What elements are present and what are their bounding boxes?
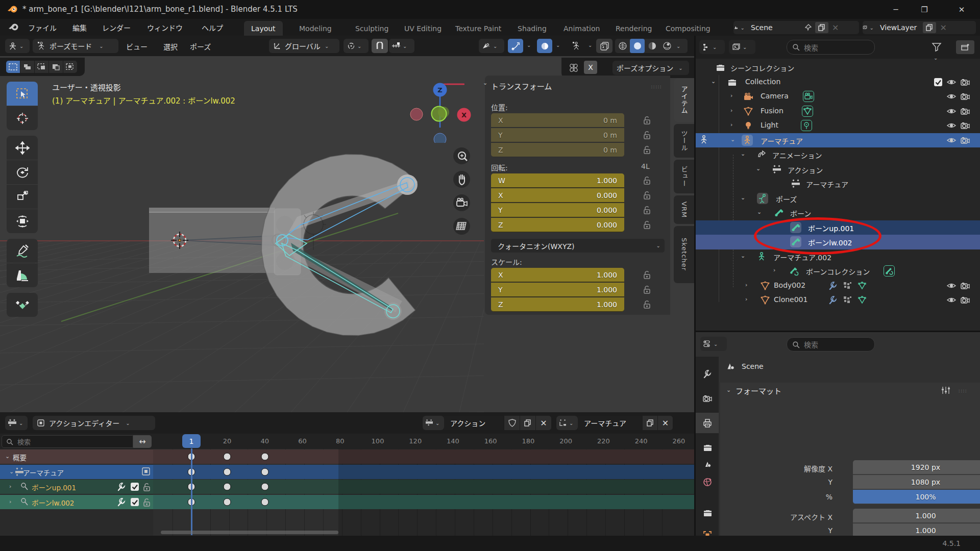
keyframe[interactable] xyxy=(261,453,268,461)
properties-tab-collection[interactable] xyxy=(696,503,719,523)
scene-copy-icon[interactable] xyxy=(815,22,828,33)
select-mode-intersect[interactable] xyxy=(63,61,77,73)
field-Y[interactable]: 1.000 xyxy=(853,523,980,536)
lock-scale-Y-icon[interactable] xyxy=(641,284,652,295)
shading-solid-button[interactable] xyxy=(630,39,645,53)
workspace-tab-Animation[interactable]: Animation xyxy=(556,21,607,36)
lock-rotation-Z-icon[interactable] xyxy=(641,219,652,231)
sidebar-tab-Sketcher[interactable]: Sketcher xyxy=(674,226,694,283)
channel-band[interactable] xyxy=(153,480,694,494)
keyframe[interactable] xyxy=(224,453,231,461)
pose-options-dropdown[interactable]: ポーズオプション⌄ xyxy=(612,61,689,75)
outliner-item-label[interactable]: Clone001 xyxy=(774,295,807,304)
editor-type-button[interactable]: ⌄ xyxy=(5,39,30,53)
channel-enable-checkbox[interactable] xyxy=(130,482,140,492)
show-overlays-button[interactable] xyxy=(596,39,612,53)
keyframe[interactable] xyxy=(224,498,231,506)
action-unlink-button[interactable]: ✕ xyxy=(536,416,551,430)
viewlayer-selector[interactable]: ⌄ ViewLayer ✕ xyxy=(863,21,976,34)
camera-restrict-icon[interactable] xyxy=(960,135,971,146)
channel-lock-icon[interactable] xyxy=(141,482,151,492)
close-button[interactable]: ✕ xyxy=(953,3,970,16)
sidebar-tab-ビュー[interactable]: ビュー xyxy=(674,160,694,193)
preset-icon[interactable] xyxy=(941,386,951,395)
hide-eye-icon[interactable] xyxy=(946,120,957,131)
outliner-filter-type[interactable]: ⌄ xyxy=(729,40,755,54)
action-name-field[interactable]: アクション xyxy=(444,416,503,430)
channel-ボーンup.001[interactable]: › ボーンup.001 xyxy=(0,480,153,494)
mirror-butterfly-icon[interactable] xyxy=(569,63,579,72)
sidebar-tab-アイテム[interactable]: アイテム xyxy=(674,78,694,122)
channel-enable-checkbox[interactable] xyxy=(130,497,140,507)
snap-with-button[interactable]: ⌄ xyxy=(389,39,414,53)
outliner-row[interactable]: ⌄アニメーション xyxy=(696,147,980,162)
scale-tool[interactable] xyxy=(7,185,38,209)
outliner-row[interactable]: アーマチュア xyxy=(696,177,980,191)
pin-icon[interactable] xyxy=(801,22,815,33)
lock-rotation-W-icon[interactable] xyxy=(641,175,652,186)
viewlayer-copy-icon[interactable] xyxy=(923,22,936,33)
measure-tool[interactable] xyxy=(7,263,38,287)
sidebar-tab-ツール[interactable]: ツール xyxy=(674,124,694,158)
outliner-item-label[interactable]: Body002 xyxy=(774,281,805,289)
navigation-gizmo[interactable]: Z X xyxy=(406,77,475,143)
cursor-tool[interactable] xyxy=(7,106,38,130)
outliner-item-label[interactable]: Light xyxy=(761,121,778,129)
panel-grip-icon[interactable]: ::::: xyxy=(651,84,662,89)
outliner-row[interactable]: ⌄アーマチュア xyxy=(696,133,980,148)
outliner-row[interactable]: ›Fusion xyxy=(696,104,980,119)
channel-band[interactable] xyxy=(153,495,694,509)
transform-panel-title[interactable]: トランスフォーム xyxy=(491,81,552,91)
workspace-tab-Shading[interactable]: Shading xyxy=(510,21,554,36)
transform-tool[interactable] xyxy=(7,209,38,233)
lock-location-X-icon[interactable] xyxy=(641,115,652,126)
pose-breakdowner-tool[interactable] xyxy=(7,293,38,317)
properties-tab-render[interactable] xyxy=(696,388,719,409)
camera-restrict-icon[interactable] xyxy=(960,91,971,102)
scene-selector[interactable]: ⌄ Scene ✕ xyxy=(733,21,859,34)
scale-Z-field[interactable]: Z1.000 xyxy=(491,297,624,312)
channel-ボーンlw.002[interactable]: › ボーンlw.002 xyxy=(0,495,153,509)
location-Z-field[interactable]: Z0 m xyxy=(491,143,624,157)
location-Y-field[interactable]: Y0 m xyxy=(491,128,624,142)
channel-lock-icon[interactable] xyxy=(141,497,151,507)
select-mode-tweak[interactable] xyxy=(6,61,20,73)
select-mode-extend[interactable] xyxy=(35,61,48,73)
dopesheet-mode-selector[interactable]: アクションエディター ⌄ xyxy=(33,416,155,430)
breadcrumb-scene[interactable]: Scene xyxy=(742,362,764,370)
channel-band[interactable] xyxy=(153,465,694,479)
camera-restrict-icon[interactable] xyxy=(960,77,971,88)
select-mode-new[interactable] xyxy=(20,61,34,73)
outliner-search-input[interactable]: 検索 xyxy=(787,40,875,55)
hide-eye-icon[interactable] xyxy=(946,280,957,291)
channel-search-input[interactable]: 検索 xyxy=(2,435,133,448)
menu-ヘルプ[interactable]: ヘルプ xyxy=(202,22,223,33)
overlays-dropdown[interactable]: ⌄ xyxy=(556,42,560,48)
lock-rotation-Y-icon[interactable] xyxy=(641,205,652,216)
menu-ウィンドウ[interactable]: ウィンドウ xyxy=(147,22,183,33)
rotation-W-field[interactable]: W1.000 xyxy=(491,173,624,188)
hide-eye-icon[interactable] xyxy=(946,135,957,146)
gizmo-dropdown[interactable]: ⌄ xyxy=(527,42,531,48)
hide-eye-icon[interactable] xyxy=(946,294,957,306)
shading-material-button[interactable] xyxy=(645,39,659,53)
outliner-row[interactable]: ›ボーンコレクション xyxy=(696,264,980,279)
keyframe[interactable] xyxy=(224,468,231,475)
overlays-toggle[interactable] xyxy=(537,39,552,53)
panel-collapse-icon[interactable]: ⌄ xyxy=(483,80,487,86)
properties-tab-output[interactable] xyxy=(696,413,719,433)
channel-band[interactable] xyxy=(153,449,694,464)
hide-eye-icon[interactable] xyxy=(946,91,957,102)
shading-wireframe-button[interactable] xyxy=(615,39,630,53)
outliner-item-label[interactable]: ボーン xyxy=(790,208,811,218)
location-X-field[interactable]: X0 m xyxy=(491,113,624,128)
properties-tab-object[interactable] xyxy=(696,525,719,536)
scene-icon[interactable]: ⌄ xyxy=(733,22,747,33)
filter-unlink-button[interactable]: ✕ xyxy=(658,416,673,430)
filter-name-field[interactable]: アーマチュア xyxy=(578,416,642,430)
outliner-item-label[interactable]: シーンコレクション xyxy=(730,63,794,73)
new-collection-button[interactable] xyxy=(956,40,974,54)
scene-name[interactable]: Scene xyxy=(747,23,777,32)
field-Y[interactable]: 1080 px xyxy=(853,475,980,489)
properties-display-dropdown[interactable]: ⌄ xyxy=(700,337,727,351)
